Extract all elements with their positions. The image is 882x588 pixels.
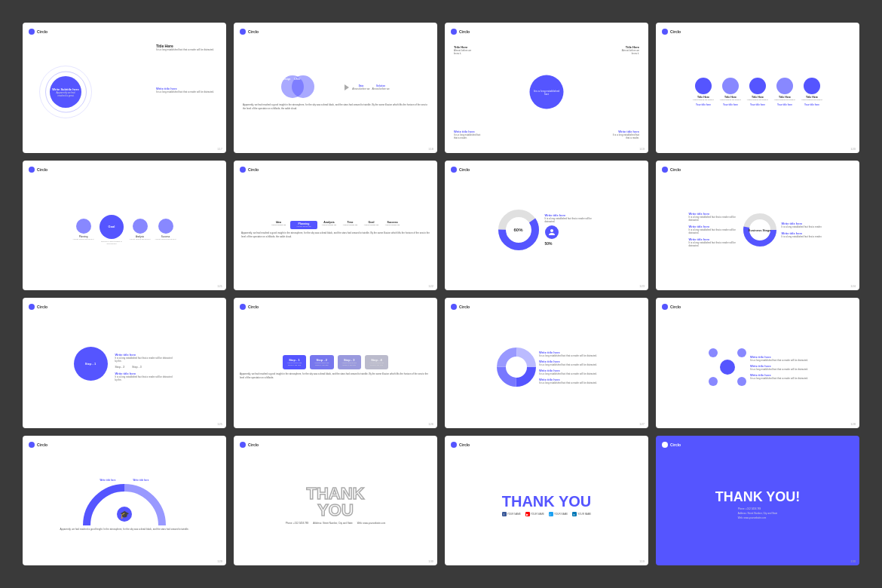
slide-10: Circlo Step - 1 Almost before weknow it,… [234,298,437,428]
slide-number-15: 119 [639,559,645,563]
slide-number-6: 122 [428,284,433,288]
logo-icon-16 [662,442,668,448]
venn-data: Data Almost before we [352,84,369,90]
venn-label-uxui: UX/UI [294,78,300,81]
slide-number-13: 129 [217,559,222,563]
person-icon-7 [545,225,559,239]
slide-9-content: Step - 1 Write title here It is a long e… [29,313,220,422]
body-text-1: It is a long established fact that a rea… [156,48,216,51]
donut-label-8: Business Stage [749,228,771,231]
write-title-block-1: Write title here It is a long establishe… [156,87,216,93]
slide-14: Circlo THANKYOU Phone: +012 3456 789 Add… [234,436,437,566]
text-8b: Write title here It is a long establishe… [689,225,738,234]
circle-4e [804,78,820,94]
logo-icon-10 [240,304,246,310]
circle-planning [76,219,91,234]
venn-row: Design UX/UI Data Almost before we Solut… [281,74,389,100]
logo-text-12: Circlo [670,305,681,309]
text-12a: Write title here It is a long establishe… [750,355,810,362]
slide-number-12: 128 [850,422,856,426]
person-svg-7 [548,228,556,236]
logo-icon-2 [240,29,246,35]
slide-number-10: 126 [428,422,433,426]
text-12c: Write title here It is a long establishe… [750,373,810,380]
four-steps-row: Step - 1 Almost before weknow it, we had… [283,355,388,369]
slide-10-content: Step - 1 Almost before weknow it, we had… [240,313,431,422]
step-success: Success Almost before we know it [155,219,176,240]
slide-3: Circlo It is a long established fact Tit… [445,23,648,153]
step10-2: Step - 2 Almost before weknow it, we had [310,355,333,369]
step-6-success: Success Almost before we [383,221,402,229]
slide-12: Circlo Write title here It is a long est… [656,298,859,428]
slide-13: Circlo Write title here Write title here… [23,436,226,566]
slide-14-content: THANKYOU Phone: +012 3456 789 Address: S… [240,451,431,560]
slide-5: Circlo Planning Almost before we know it… [23,161,226,291]
slide-number-11: 127 [639,422,645,426]
donut-svg-11 [494,345,539,390]
slide-2-body: Apparently, we had reached a good insigh… [240,103,431,110]
step1-circle-9: Step - 1 [74,347,115,388]
slide-9: Circlo Step - 1 Write title here It is a… [23,298,226,428]
logo-text-9: Circlo [37,305,47,309]
slide-number-7: 123 [639,284,645,288]
steps-row-5: Planning Almost before we know it Goal t… [73,215,176,245]
venn-label-design: Design [283,78,290,81]
slide-number-9: 125 [217,422,222,426]
slide-4-header: Circlo [662,29,853,35]
text-11b: Write title here It is a long establishe… [539,360,599,366]
slide-12-content: Write title here It is a long establishe… [662,313,853,422]
slide-9-header: Circlo [29,304,220,310]
slide-3-content: It is a long established fact Title Here… [451,38,642,147]
slide-1: Circlo Write Subtitle here Apparently we… [23,23,226,153]
slide-7-header: Circlo [451,167,642,173]
center-circle-3: It is a long established fact [530,75,564,109]
logo-icon-7 [451,167,457,173]
logo-icon-13 [29,442,35,448]
circle-4b [722,78,739,94]
logo-text-13: Circlo [37,443,47,447]
steps-top-6: Idea Almost before we Planning Almost be… [269,221,402,229]
circle-goal: Goal [100,215,124,239]
center-donut-8: Business Stage [741,211,779,249]
logo-icon-4 [662,29,668,35]
venn-diagram: Design UX/UI [281,74,341,100]
write-body-1: It is a long established fact that a rea… [156,90,216,93]
half-donut-13: 🎓 [83,484,166,525]
logo-icon-8 [662,167,668,173]
slide-2-content: Design UX/UI Data Almost before we Solut… [240,38,431,147]
donut-11 [494,345,539,390]
right-texts-8: Write title here It is a long establishe… [782,222,827,238]
circle-item-4b: Title Here Almost before we know it. [718,78,743,101]
slide-16-content: THANK YOU! Phone: +012 3456 789 Address:… [662,451,853,560]
step-goal: Goal teaches a great insight in atmosphe… [99,215,125,245]
step10-3: Step - 3 Almost before weknow it, we had [338,355,361,369]
texts-12: Write title here It is a long establishe… [750,355,810,380]
logo-text-14: Circlo [248,443,259,447]
title-block-1: Title Here It is a long established fact… [156,44,216,51]
percent-bottom-7: 50% [545,241,598,246]
slide-16: Circlo THANK YOU! Phone: +012 3456 789 A… [656,436,859,566]
slide-16-header: Circlo [662,442,853,448]
web-14: Web: www.yourwebsite.com [357,522,385,525]
orbit-1 [709,348,718,357]
circle-item-4c: Title Here Almost before we know it. [746,78,770,101]
logo-icon-12 [662,304,668,310]
slide-8-content: Write title here It is a long establishe… [662,176,853,285]
phone-14: Phone: +012 3456 789 [286,522,308,525]
logo-text-10: Circlo [248,305,259,309]
text-8e: Write title here It is a long establishe… [782,231,827,238]
logo-text-2: Circlo [248,29,259,34]
slide-15-header: Circlo [451,442,642,448]
slide-13-body: Apparently, we had reached a good height… [57,528,191,531]
circle-4d [776,78,793,94]
social-3: t YOUR NAME [549,512,568,516]
thank-you-white: THANK YOU! [715,490,801,504]
half-donut-svg: 🎓 [83,484,166,525]
text-11a: Write title here It is a long establishe… [539,351,599,357]
orbit-4 [737,377,746,386]
right-content-7: Write title here It is a long establishe… [545,213,598,246]
slide-13-content: Write title here Write title here 🎓 Appa… [29,451,220,560]
step1-fill: Step - 1 [74,347,108,381]
main-circle-1: Write Subtitle here Apparently we had re… [50,76,81,108]
svg-text:in: in [573,513,575,516]
